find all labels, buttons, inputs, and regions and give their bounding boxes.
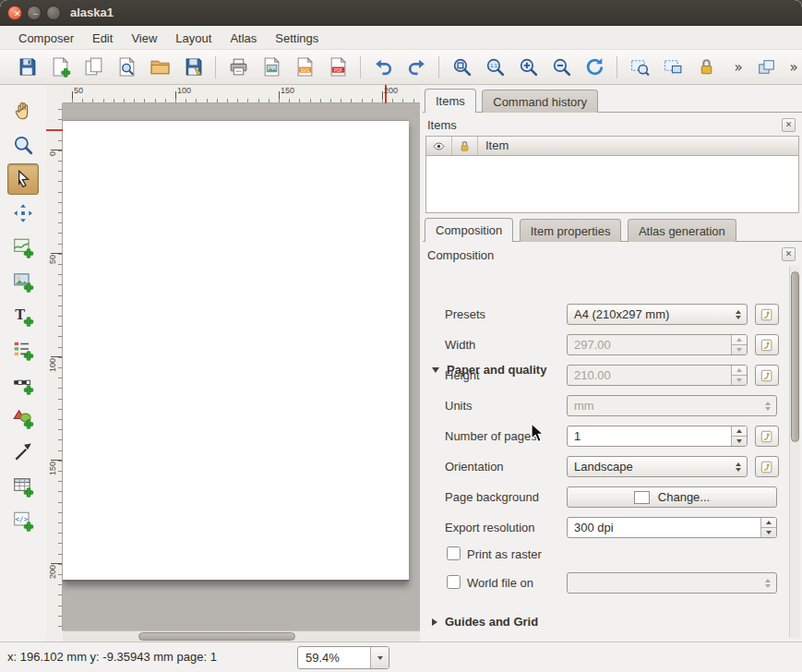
spin-arrows-icon[interactable] — [731, 335, 747, 354]
export-image-button[interactable] — [257, 54, 285, 81]
height-data-defined-button[interactable] — [755, 365, 779, 386]
composer-manager-button[interactable] — [113, 54, 140, 81]
print-button[interactable] — [224, 54, 252, 81]
page-background-change-button[interactable]: Change... — [567, 486, 777, 508]
mouse-cursor — [530, 423, 548, 445]
menu-atlas[interactable]: Atlas — [221, 27, 266, 49]
tab-command-history[interactable]: Command history — [482, 90, 598, 113]
svg-text:</>: </> — [15, 515, 28, 523]
add-legend-button[interactable] — [7, 334, 39, 366]
composition-canvas[interactable] — [63, 103, 420, 630]
export-pdf-button[interactable]: PDF — [324, 54, 352, 81]
spin-arrows-icon[interactable] — [731, 366, 747, 385]
composition-panel-close-button[interactable]: ✕ — [782, 247, 796, 261]
zoom-full-button[interactable] — [448, 54, 475, 81]
visibility-column-header — [426, 137, 452, 155]
group-items-button[interactable] — [752, 54, 780, 81]
select-move-item-button[interactable] — [7, 163, 39, 195]
combo-dropdown-icon[interactable] — [370, 647, 389, 668]
export-svg-button[interactable]: SVG — [291, 54, 318, 81]
height-label: Height — [445, 365, 480, 386]
number-of-pages-spinbox[interactable]: 1 — [567, 426, 748, 447]
export-resolution-spinbox[interactable]: 300 dpi — [567, 517, 777, 538]
window-close-button[interactable]: ✕ — [7, 6, 22, 20]
tab-item-properties[interactable]: Item properties — [520, 219, 622, 242]
combo-arrows-icon — [765, 396, 771, 415]
add-table-button[interactable] — [7, 471, 39, 502]
save-project-button[interactable] — [13, 54, 41, 81]
zoom-level-combobox[interactable]: 59.4% — [297, 646, 389, 669]
svg-text:SVG: SVG — [300, 68, 309, 73]
refresh-view-button[interactable] — [581, 54, 608, 81]
menu-view[interactable]: View — [122, 27, 166, 49]
zoom-in-button[interactable] — [514, 54, 542, 81]
orientation-combobox[interactable]: Landscape — [567, 456, 748, 477]
window-maximize-button[interactable] — [46, 6, 61, 20]
toolbar-overflow-button-1[interactable]: » — [730, 54, 747, 81]
print-as-raster-checkbox[interactable] — [447, 546, 461, 560]
color-swatch — [634, 491, 650, 504]
toolbar-overflow-button-2[interactable]: » — [785, 54, 802, 81]
add-shape-button[interactable] — [7, 402, 39, 434]
menu-edit[interactable]: Edit — [83, 27, 122, 49]
add-image-button[interactable] — [7, 266, 39, 297]
items-list[interactable] — [425, 156, 799, 213]
move-item-content-button[interactable] — [7, 198, 39, 229]
zoom-tool-button[interactable] — [7, 129, 39, 161]
items-panel-close-button[interactable]: ✕ — [782, 118, 796, 132]
presets-data-defined-button[interactable] — [755, 304, 779, 325]
undo-button[interactable] — [369, 54, 397, 81]
window-minimize-button[interactable]: – — [27, 6, 42, 20]
orientation-data-defined-button[interactable] — [755, 456, 779, 477]
load-template-button[interactable] — [146, 54, 174, 81]
add-arrow-button[interactable] — [7, 437, 39, 468]
menu-settings[interactable]: Settings — [266, 27, 328, 49]
paper-page[interactable] — [63, 120, 409, 582]
width-spinbox[interactable]: 297.00 — [567, 334, 748, 355]
data-defined-icon — [759, 367, 775, 384]
select-zoom-button[interactable] — [626, 54, 653, 81]
data-defined-icon — [759, 306, 775, 323]
add-label-button[interactable]: T — [7, 300, 39, 331]
world-file-map-combobox[interactable] — [567, 572, 777, 594]
tab-composition[interactable]: Composition — [425, 218, 513, 242]
tab-atlas-generation[interactable]: Atlas generation — [628, 219, 736, 242]
pan-tool-button[interactable] — [7, 95, 39, 126]
svg-text:T: T — [15, 306, 25, 323]
pages-data-defined-button[interactable] — [755, 426, 779, 447]
save-template-button[interactable] — [179, 54, 207, 81]
collapse-triangle-icon — [432, 367, 439, 373]
scrollbar-thumb[interactable] — [791, 271, 799, 442]
height-spinbox[interactable]: 210.00 — [567, 365, 748, 386]
menu-layout[interactable]: Layout — [166, 27, 221, 49]
tab-items[interactable]: Items — [425, 89, 476, 113]
select-region-button[interactable] — [659, 54, 687, 81]
ruler-label: 100 — [177, 86, 191, 95]
world-file-checkbox[interactable] — [447, 575, 461, 589]
units-combobox[interactable]: mm — [567, 395, 777, 416]
lock-selected-items-button[interactable] — [692, 54, 720, 81]
eye-icon — [432, 139, 446, 153]
composition-scrollbar[interactable] — [789, 266, 800, 638]
spin-arrows-icon[interactable] — [731, 426, 747, 446]
scrollbar-thumb[interactable] — [138, 632, 295, 641]
zoom-out-button[interactable] — [547, 54, 575, 81]
page-background-label: Page background — [445, 486, 539, 508]
combo-arrows-icon — [736, 457, 741, 476]
add-html-button[interactable]: </> — [7, 505, 39, 536]
spin-arrows-icon[interactable] — [760, 518, 776, 537]
group-guides-and-grid[interactable]: Guides and Grid — [432, 615, 538, 629]
toolbar-separator — [616, 56, 617, 78]
menu-composer[interactable]: Composer — [9, 27, 83, 49]
canvas-horizontal-scrollbar[interactable] — [63, 630, 420, 642]
add-map-button[interactable] — [7, 232, 39, 263]
zoom-actual-size-button[interactable]: 1:1 — [481, 54, 509, 81]
presets-combobox[interactable]: A4 (210x297 mm) — [567, 304, 748, 325]
orientation-label: Orientation — [445, 456, 504, 477]
add-scalebar-button[interactable] — [7, 368, 39, 400]
duplicate-composer-button[interactable] — [79, 54, 107, 81]
width-data-defined-button[interactable] — [755, 334, 779, 355]
redo-button[interactable] — [402, 54, 430, 81]
composer-window: ✕ – alaska1 Composer Edit View Layout At… — [0, 0, 802, 672]
new-composer-button[interactable] — [46, 54, 74, 81]
